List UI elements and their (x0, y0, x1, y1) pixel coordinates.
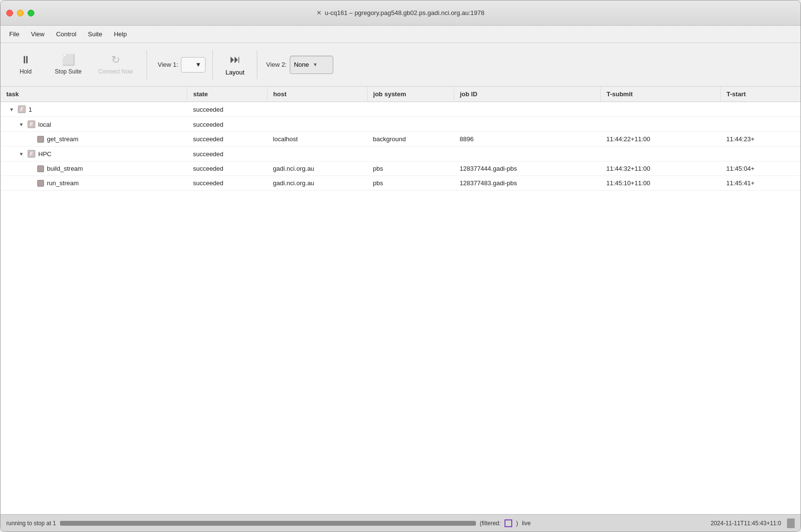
timestamp: 2024-11-11T11:45:43+11:0 (711, 520, 781, 527)
t-start-cell (721, 102, 801, 117)
t-submit-cell: 11:44:32+11:00 (600, 162, 720, 176)
task-table-container: task state host job system job ID T-subm… (0, 87, 801, 514)
title-text: u-cq161 – pgregory.pag548.gb02.ps.gadi.n… (325, 9, 484, 16)
view2-value: None (294, 61, 309, 68)
connect-now-label: Connect Now (98, 68, 133, 75)
col-job-id: job ID (454, 87, 600, 102)
task-name: run_stream (47, 179, 79, 187)
job-id-cell: 128377444.gadi-pbs (454, 162, 600, 176)
task-cell: get_stream (0, 132, 187, 147)
layout-icon: ⏭ (230, 53, 240, 66)
menu-help[interactable]: Help (109, 29, 132, 40)
connect-now-icon: ↻ (111, 55, 120, 65)
task-icon (37, 165, 44, 172)
task-cell: build_stream (0, 162, 187, 176)
hold-label: Hold (20, 68, 32, 75)
state-cell: succeeded (187, 132, 267, 147)
task-name: 1 (29, 106, 32, 113)
table-row[interactable]: ▼Flocalsucceeded (0, 117, 801, 132)
t-submit-cell (600, 147, 720, 162)
table-row[interactable]: ▼FHPCsucceeded (0, 147, 801, 162)
t-start-cell (721, 117, 801, 132)
task-icon: F (18, 105, 26, 113)
task-cell: ▼Flocal (0, 117, 187, 132)
table-row[interactable]: get_streamsucceededlocalhostbackground88… (0, 132, 801, 147)
stop-suite-button[interactable]: ⬜ Stop Suite (49, 47, 88, 82)
menu-control[interactable]: Control (51, 29, 81, 40)
t-submit-cell: 11:45:10+11:00 (600, 176, 720, 191)
menu-view[interactable]: View (26, 29, 49, 40)
task-name: local (38, 121, 51, 128)
job-id-cell: 128377483.gadi-pbs (454, 176, 600, 191)
state-cell: succeeded (187, 102, 267, 117)
layout-label: Layout (225, 69, 244, 76)
filter-indicator[interactable] (504, 519, 512, 527)
host-cell (267, 117, 367, 132)
status-bar: running to stop at 1 (filtered: ) live 2… (0, 514, 801, 532)
task-icon (37, 180, 44, 187)
job-id-cell (454, 117, 600, 132)
expand-arrow[interactable]: ▼ (19, 122, 25, 127)
menu-file[interactable]: File (4, 29, 24, 40)
table-header-row: task state host job system job ID T-subm… (0, 87, 801, 102)
col-job-system: job system (367, 87, 454, 102)
connect-now-button[interactable]: ↻ Connect Now (91, 47, 140, 82)
live-label: live (522, 520, 531, 527)
task-table: task state host job system job ID T-subm… (0, 87, 801, 191)
scrollbar-thumb[interactable] (787, 518, 795, 528)
toolbar: ⏸ Hold ⬜ Stop Suite ↻ Connect Now View 1… (0, 43, 801, 87)
view1-selector: View 1: ▼ (158, 57, 206, 73)
close-button[interactable] (6, 10, 13, 16)
table-row[interactable]: ▼F1succeeded (0, 102, 801, 117)
traffic-lights (6, 10, 34, 16)
hold-icon: ⏸ (20, 55, 31, 65)
table-row[interactable]: build_streamsucceededgadi.nci.org.aupbs1… (0, 162, 801, 176)
t-start-cell: 11:44:23+ (721, 132, 801, 147)
view1-label: View 1: (158, 61, 178, 68)
state-cell: succeeded (187, 147, 267, 162)
host-cell (267, 147, 367, 162)
table-row[interactable]: run_streamsucceededgadi.nci.org.aupbs128… (0, 176, 801, 191)
task-cell: run_stream (0, 176, 187, 191)
expand-arrow[interactable]: ▼ (19, 151, 25, 157)
table-body: ▼F1succeeded▼Flocalsucceededget_streamsu… (0, 102, 801, 191)
task-cell: ▼FHPC (0, 147, 187, 162)
stop-suite-label: Stop Suite (55, 68, 81, 75)
host-cell: gadi.nci.org.au (267, 162, 367, 176)
progress-bar (60, 521, 476, 526)
job-system-cell: pbs (367, 176, 454, 191)
view2-arrow: ▼ (313, 62, 318, 67)
hold-button[interactable]: ⏸ Hold (6, 47, 45, 82)
menu-suite[interactable]: Suite (83, 29, 107, 40)
job-id-cell: 8896 (454, 132, 600, 147)
t-submit-cell (600, 117, 720, 132)
menu-bar: File View Control Suite Help (0, 26, 801, 43)
host-cell (267, 102, 367, 117)
minimize-button[interactable] (17, 10, 24, 16)
col-t-submit: T-submit (600, 87, 720, 102)
filtered-close: ) (516, 520, 518, 527)
task-icon: F (28, 150, 35, 158)
window-title: ✕ u-cq161 – pgregory.pag548.gb02.ps.gadi… (316, 9, 484, 16)
col-state: state (187, 87, 267, 102)
job-system-cell: pbs (367, 162, 454, 176)
view2-label: View 2: (266, 61, 286, 68)
expand-arrow[interactable]: ▼ (9, 107, 15, 112)
maximize-button[interactable] (28, 10, 34, 16)
t-start-cell: 11:45:41+ (721, 176, 801, 191)
view2-dropdown[interactable]: None ▼ (290, 56, 333, 74)
status-text: running to stop at 1 (6, 520, 56, 527)
filtered-label: (filtered: (480, 520, 501, 527)
task-name: get_stream (47, 135, 78, 143)
state-cell: succeeded (187, 162, 267, 176)
layout-button[interactable]: ⏭ Layout (220, 47, 250, 82)
job-system-cell (367, 102, 454, 117)
main-window: ✕ u-cq161 – pgregory.pag548.gb02.ps.gadi… (0, 0, 801, 532)
view1-dropdown[interactable]: ▼ (181, 57, 206, 73)
host-cell: localhost (267, 132, 367, 147)
col-host: host (267, 87, 367, 102)
task-name: build_stream (47, 165, 83, 172)
title-icon: ✕ (316, 9, 322, 16)
view1-arrow: ▼ (195, 61, 201, 68)
job-id-cell (454, 102, 600, 117)
